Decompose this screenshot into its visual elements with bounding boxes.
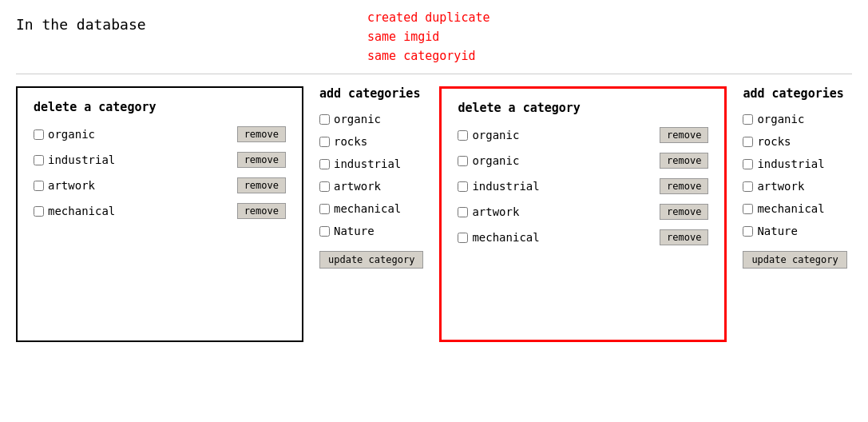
radd-mechanical-checkbox[interactable] <box>743 204 753 214</box>
table-row: artwork remove <box>458 204 708 220</box>
add-rocks-checkbox[interactable] <box>319 137 330 147</box>
r-mechanical-checkbox[interactable] <box>458 233 468 243</box>
mechanical-checkbox[interactable] <box>34 206 44 217</box>
radd-organic-checkbox[interactable] <box>743 114 753 125</box>
list-item: mechanical <box>743 202 846 215</box>
r-artwork-label: artwork <box>458 205 519 218</box>
main-content: delete a category organic remove industr… <box>16 86 852 342</box>
left-panel: delete a category organic remove industr… <box>16 86 423 342</box>
right-delete-title: delete a category <box>458 101 708 115</box>
organic-label: organic <box>34 128 95 141</box>
list-item: industrial <box>319 157 423 170</box>
table-row: artwork remove <box>34 177 286 193</box>
r-organic1-checkbox[interactable] <box>458 130 468 141</box>
header-section: In the database created duplicate same i… <box>16 8 852 66</box>
remove-artwork-button[interactable]: remove <box>237 177 286 193</box>
r-remove-mechanical-button[interactable]: remove <box>660 229 708 245</box>
artwork-label: artwork <box>34 179 95 192</box>
left-delete-box: delete a category organic remove industr… <box>16 86 303 342</box>
right-panel: delete a category organic remove organic… <box>439 86 846 342</box>
list-item: organic <box>743 113 846 125</box>
add-mechanical-checkbox[interactable] <box>319 204 330 214</box>
radd-artwork-checkbox[interactable] <box>743 181 753 192</box>
error-message: created duplicate same imgid same catego… <box>367 8 490 66</box>
list-item: Nature <box>743 225 846 237</box>
table-row: mechanical remove <box>458 229 708 245</box>
add-artwork-checkbox[interactable] <box>319 181 330 192</box>
add-industrial-checkbox[interactable] <box>319 159 330 169</box>
r-remove-organic2-button[interactable]: remove <box>660 153 708 169</box>
r-industrial-label: industrial <box>458 180 539 193</box>
radd-nature-checkbox[interactable] <box>743 226 753 237</box>
organic2-label: organic <box>458 154 519 167</box>
right-add-categories: add categories organic rocks industrial … <box>743 86 846 269</box>
r-remove-industrial-button[interactable]: remove <box>660 178 708 194</box>
error-line1: created duplicate <box>367 8 490 27</box>
error-line2: same imgid <box>367 27 490 46</box>
table-row: organic remove <box>458 127 708 143</box>
organic1-label: organic <box>458 129 519 141</box>
industrial-label: industrial <box>34 153 115 166</box>
add-organic-checkbox[interactable] <box>319 114 330 125</box>
right-delete-box: delete a category organic remove organic… <box>439 86 727 342</box>
list-item: organic <box>319 113 423 125</box>
r-industrial-checkbox[interactable] <box>458 181 468 192</box>
left-add-categories: add categories organic rocks industrial … <box>319 86 423 269</box>
remove-mechanical-button[interactable]: remove <box>237 203 286 219</box>
remove-organic-button[interactable]: remove <box>237 126 286 142</box>
add-nature-checkbox[interactable] <box>319 226 330 237</box>
left-delete-title: delete a category <box>34 100 286 114</box>
list-item: mechanical <box>319 202 423 215</box>
radd-industrial-checkbox[interactable] <box>743 159 753 169</box>
table-row: industrial remove <box>34 152 286 168</box>
left-add-title: add categories <box>319 86 423 101</box>
list-item: rocks <box>319 135 423 148</box>
right-add-title: add categories <box>743 86 846 101</box>
page: In the database created duplicate same i… <box>0 0 868 422</box>
r-mechanical-label: mechanical <box>458 231 539 244</box>
list-item: Nature <box>319 225 423 237</box>
left-update-button[interactable]: update category <box>319 251 423 269</box>
list-item: artwork <box>743 180 846 193</box>
table-row: organic remove <box>458 153 708 169</box>
table-row: mechanical remove <box>34 203 286 219</box>
industrial-checkbox[interactable] <box>34 155 44 165</box>
radd-rocks-checkbox[interactable] <box>743 137 753 147</box>
organic-checkbox[interactable] <box>34 129 44 140</box>
r-remove-organic1-button[interactable]: remove <box>660 127 708 143</box>
db-title: In the database <box>16 16 176 33</box>
right-update-button[interactable]: update category <box>743 251 846 269</box>
r-remove-artwork-button[interactable]: remove <box>660 204 708 220</box>
list-item: artwork <box>319 180 423 193</box>
r-organic2-checkbox[interactable] <box>458 156 468 166</box>
list-item: rocks <box>743 135 846 148</box>
table-row: organic remove <box>34 126 286 142</box>
remove-industrial-button[interactable]: remove <box>237 152 286 168</box>
r-artwork-checkbox[interactable] <box>458 207 468 217</box>
table-row: industrial remove <box>458 178 708 194</box>
artwork-checkbox[interactable] <box>34 181 44 191</box>
mechanical-label: mechanical <box>34 205 115 217</box>
list-item: industrial <box>743 157 846 170</box>
divider <box>16 74 852 74</box>
error-line3: same categoryid <box>367 46 490 66</box>
